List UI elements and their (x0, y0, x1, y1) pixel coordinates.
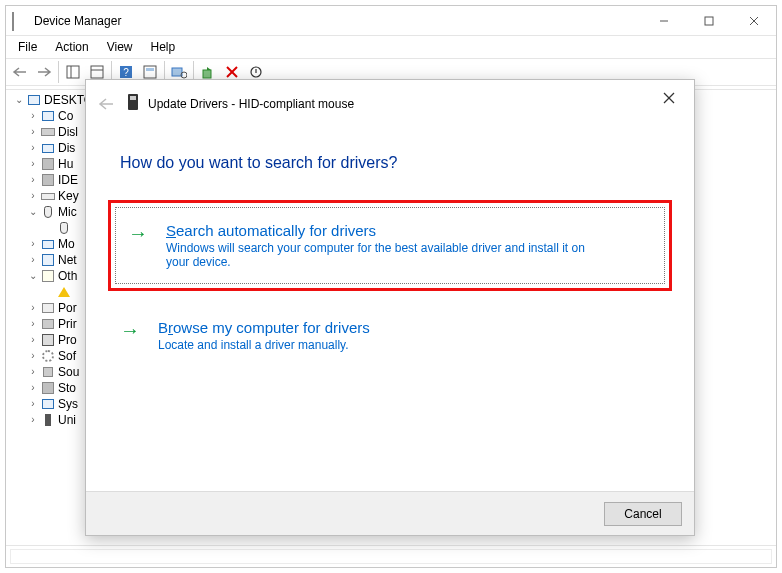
option-description: Locate and install a driver manually. (158, 338, 598, 352)
cancel-button[interactable]: Cancel (604, 502, 682, 526)
dialog-question: How do you want to search for drivers? (120, 154, 672, 172)
cpu-icon (40, 332, 56, 348)
arrow-right-icon: → (120, 319, 140, 342)
expand-collapse-icon[interactable]: › (26, 156, 40, 172)
other-icon (40, 268, 56, 284)
highlighted-option-frame: → Search automatically for drivers Windo… (108, 200, 672, 291)
expand-collapse-icon[interactable]: › (26, 236, 40, 252)
dialog-device-icon (126, 93, 140, 115)
monitor-icon (40, 236, 56, 252)
print-icon (40, 316, 56, 332)
menu-help[interactable]: Help (143, 38, 184, 56)
tree-item-label: Dis (58, 140, 75, 156)
expand-collapse-icon[interactable]: › (26, 380, 40, 396)
option-title: Search automatically for drivers (166, 222, 650, 239)
expand-collapse-icon[interactable]: › (26, 300, 40, 316)
port-icon (40, 300, 56, 316)
svg-rect-21 (130, 96, 136, 100)
back-button[interactable] (8, 60, 32, 84)
tree-item-label: Mo (58, 236, 75, 252)
expand-collapse-icon[interactable]: › (26, 252, 40, 268)
update-drivers-dialog: Update Drivers - HID-compliant mouse How… (85, 79, 695, 536)
arrow-right-icon: → (128, 222, 148, 245)
expand-collapse-icon[interactable]: › (26, 188, 40, 204)
pc-icon (40, 396, 56, 412)
menu-file[interactable]: File (10, 38, 45, 56)
browse-my-computer-option[interactable]: → Browse my computer for drivers Locate … (108, 305, 672, 377)
expand-collapse-icon[interactable]: › (26, 412, 40, 428)
expand-collapse-icon[interactable]: › (26, 348, 40, 364)
chip-icon (40, 172, 56, 188)
dialog-close-button[interactable] (654, 86, 684, 110)
chip-icon (40, 156, 56, 172)
close-button[interactable] (731, 6, 776, 36)
show-hide-tree-button[interactable] (61, 60, 85, 84)
tree-item-label: Sys (58, 396, 78, 412)
sound-icon (40, 364, 56, 380)
tree-item-label: Pro (58, 332, 77, 348)
svg-rect-10 (144, 66, 156, 78)
toolbar-separator (58, 61, 59, 83)
svg-rect-12 (172, 68, 182, 76)
tree-item-label: Sou (58, 364, 79, 380)
usb-icon (40, 412, 56, 428)
dialog-footer: Cancel (86, 491, 694, 535)
monitor-icon (40, 140, 56, 156)
expand-collapse-icon[interactable]: ⌄ (26, 268, 40, 284)
option-description: Windows will search your computer for th… (166, 241, 606, 269)
tree-item-label: Prir (58, 316, 77, 332)
minimize-button[interactable] (641, 6, 686, 36)
svg-rect-4 (67, 66, 79, 78)
expand-collapse-icon[interactable]: › (26, 108, 40, 124)
forward-button[interactable] (32, 60, 56, 84)
option-title: Browse my computer for drivers (158, 319, 658, 336)
titlebar: Device Manager (6, 6, 776, 36)
svg-rect-6 (91, 66, 103, 78)
mouse-icon (40, 204, 56, 220)
tree-item-label: IDE (58, 172, 78, 188)
tree-item-label: Uni (58, 412, 76, 428)
dialog-title: Update Drivers - HID-compliant mouse (148, 97, 354, 111)
drive-icon (40, 124, 56, 140)
pc-icon (40, 108, 56, 124)
window-title: Device Manager (34, 14, 641, 28)
tree-item-label: Disl (58, 124, 78, 140)
gear-icon (40, 348, 56, 364)
svg-rect-14 (203, 70, 211, 78)
expand-collapse-icon[interactable]: › (26, 332, 40, 348)
dialog-header: Update Drivers - HID-compliant mouse (86, 80, 694, 120)
tree-item-label: Co (58, 108, 73, 124)
tree-item-label: Por (58, 300, 77, 316)
expand-collapse-icon[interactable]: › (26, 172, 40, 188)
tree-item-label: Key (58, 188, 79, 204)
tree-item-label: Sto (58, 380, 76, 396)
expand-collapse-icon[interactable]: ⌄ (12, 92, 26, 108)
warn-icon (56, 284, 72, 300)
expand-collapse-icon[interactable]: › (26, 396, 40, 412)
tree-item-label: Net (58, 252, 77, 268)
tree-item-label: Hu (58, 156, 73, 172)
mouse-icon (56, 220, 72, 236)
tree-item-label: Mic (58, 204, 77, 220)
statusbar (6, 545, 776, 567)
menu-view[interactable]: View (99, 38, 141, 56)
tree-item-label: Oth (58, 268, 77, 284)
expand-collapse-icon[interactable]: ⌄ (26, 204, 40, 220)
app-icon (12, 13, 28, 29)
menu-action[interactable]: Action (47, 38, 96, 56)
maximize-button[interactable] (686, 6, 731, 36)
pc-icon (26, 92, 42, 108)
svg-rect-11 (146, 68, 154, 71)
dialog-back-button[interactable] (94, 92, 118, 116)
kb-icon (40, 188, 56, 204)
expand-collapse-icon[interactable]: › (26, 364, 40, 380)
net-icon (40, 252, 56, 268)
expand-collapse-icon[interactable]: › (26, 316, 40, 332)
svg-rect-1 (705, 17, 713, 25)
menubar: File Action View Help (6, 36, 776, 58)
search-automatically-option[interactable]: → Search automatically for drivers Windo… (115, 207, 665, 284)
tree-item-label: Sof (58, 348, 76, 364)
expand-collapse-icon[interactable]: › (26, 124, 40, 140)
expand-collapse-icon[interactable]: › (26, 140, 40, 156)
svg-text:?: ? (123, 67, 129, 78)
